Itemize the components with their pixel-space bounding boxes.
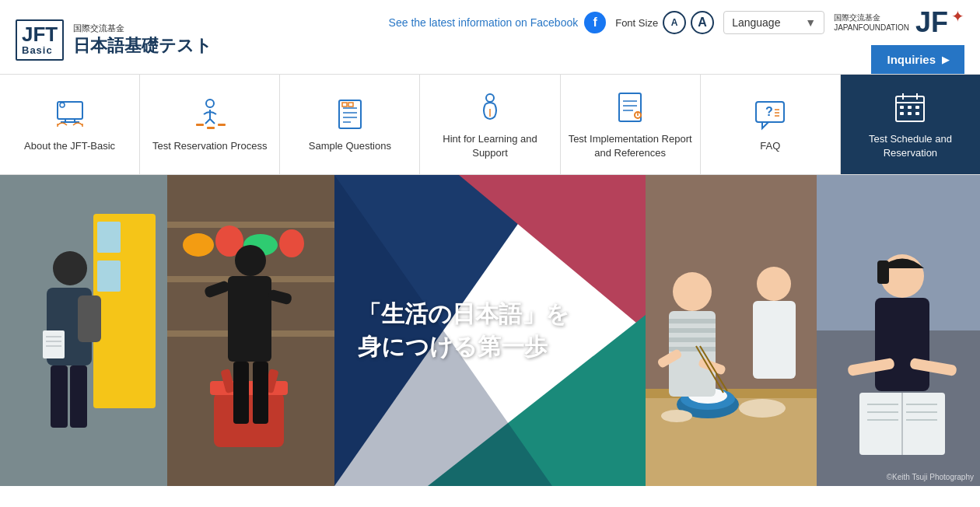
nav-label-about: About the JFT-Basic <box>24 139 115 153</box>
svg-rect-91 <box>669 328 716 333</box>
svg-point-20 <box>486 94 494 102</box>
hero-photo-1 <box>0 175 167 486</box>
font-size-label: Font Size <box>615 17 658 29</box>
svg-rect-18 <box>342 103 347 107</box>
hero-center: 「生活の日本語」を 身につける第一歩 <box>334 175 646 486</box>
svg-rect-51 <box>70 365 87 428</box>
nav-item-faq[interactable]: ? FAQ <box>701 75 841 174</box>
hero-text-overlay: 「生活の日本語」を 身につける第一歩 <box>334 175 646 486</box>
svg-rect-22 <box>619 93 641 121</box>
document-lines-icon <box>331 96 369 133</box>
facebook-icon: f <box>584 12 606 33</box>
header: JFT Basic 国際交流基金 日本語基礎テスト See the latest… <box>0 0 980 74</box>
report-icon <box>611 89 649 126</box>
svg-point-62 <box>183 233 214 257</box>
nav-item-hint[interactable]: Hint for Learning and Support <box>420 75 560 174</box>
header-controls-row1: See the latest information on Facebook f… <box>389 6 964 39</box>
hero-photo-2 <box>167 175 334 486</box>
photo-credit: ©Keith Tsuji Photography <box>887 473 974 481</box>
svg-rect-53 <box>43 330 65 358</box>
svg-point-87 <box>661 410 692 422</box>
svg-line-8 <box>205 119 210 124</box>
faq-chat-icon: ? <box>751 96 789 133</box>
header-controls-row2: Inquiries ▶ <box>871 45 964 74</box>
header-controls: See the latest information on Facebook f… <box>389 6 964 74</box>
nav-label-reservation: Test Reservation Process <box>152 139 267 153</box>
svg-rect-10 <box>196 124 204 126</box>
svg-rect-38 <box>900 106 904 109</box>
facebook-text: See the latest information on Facebook <box>389 16 579 29</box>
logo-area: JFT Basic 国際交流基金 日本語基礎テスト <box>16 19 212 61</box>
svg-rect-104 <box>877 260 889 284</box>
svg-rect-50 <box>51 365 68 428</box>
font-size-large-button[interactable]: A <box>691 11 714 34</box>
svg-point-48 <box>53 251 87 285</box>
person-steps-icon <box>191 96 229 133</box>
svg-rect-43 <box>915 112 919 115</box>
svg-rect-75 <box>253 362 268 424</box>
svg-point-66 <box>235 245 266 276</box>
chevron-down-icon: ▼ <box>805 16 816 29</box>
nav-item-about[interactable]: About the JFT-Basic <box>0 75 140 174</box>
font-size-small-button[interactable]: A <box>663 11 686 34</box>
hero-text-line2: 身につける第一歩 <box>358 330 569 363</box>
svg-rect-11 <box>207 127 215 129</box>
svg-rect-92 <box>669 337 716 342</box>
jf-symbol-icon: ✦ <box>951 7 964 26</box>
svg-rect-67 <box>228 276 271 362</box>
svg-point-86 <box>739 399 786 418</box>
logo-text-area: 国際交流基金 日本語基礎テスト <box>73 23 212 58</box>
svg-point-28 <box>637 114 639 116</box>
language-selector[interactable]: Language ▼ <box>723 11 824 34</box>
jf-logo: 国際交流基金 JAPANFOUNDATION JF ✦ <box>834 6 964 39</box>
svg-point-88 <box>673 272 712 311</box>
hero-section: 「生活の日本語」を 身につける第一歩 <box>0 175 980 486</box>
svg-rect-52 <box>78 295 101 342</box>
svg-rect-42 <box>908 112 912 115</box>
nav-item-schedule[interactable]: Test Schedule and Reservation <box>841 75 980 174</box>
svg-rect-0 <box>58 102 82 119</box>
svg-line-9 <box>210 119 215 124</box>
logo-subtitle-jp: 国際交流基金 <box>73 23 212 34</box>
font-size-control: Font Size A A <box>615 11 714 34</box>
svg-rect-90 <box>669 319 716 323</box>
jf-mark: JF <box>915 6 948 39</box>
svg-point-6 <box>206 100 214 107</box>
logo-title-jp: 日本語基礎テスト <box>73 34 212 58</box>
facebook-bar[interactable]: See the latest information on Facebook f <box>389 12 607 33</box>
hero-text-line1: 「生活の日本語」を <box>358 298 569 330</box>
logo-basic: Basic <box>22 44 53 56</box>
svg-rect-39 <box>908 106 912 109</box>
inquiries-label: Inquiries <box>887 53 936 66</box>
facebook-link[interactable]: See the latest information on Facebook f <box>389 12 607 33</box>
hero-photo-4: ©Keith Tsuji Photography <box>817 175 980 486</box>
hands-light-icon <box>471 89 509 126</box>
svg-rect-59 <box>167 222 334 228</box>
inquiries-button[interactable]: Inquiries ▶ <box>871 45 964 74</box>
svg-rect-47 <box>97 260 121 292</box>
svg-point-65 <box>279 229 304 257</box>
monitor-headphone-icon <box>51 96 89 133</box>
arrow-right-icon: ▶ <box>942 54 949 65</box>
nav-label-faq: FAQ <box>760 139 780 153</box>
svg-text:?: ? <box>765 105 773 118</box>
svg-point-98 <box>757 267 791 301</box>
jf-logo-line1: 国際交流基金 <box>834 12 909 23</box>
nav-label-implementation: Test Implementation Report and Reference… <box>569 132 692 160</box>
svg-rect-46 <box>97 222 121 253</box>
svg-rect-12 <box>218 124 226 126</box>
jf-logo-line2: JAPANFOUNDATION <box>834 23 909 33</box>
nav-item-sample[interactable]: Sample Questions <box>280 75 420 174</box>
svg-rect-41 <box>900 112 904 115</box>
calendar-icon <box>891 89 929 126</box>
svg-point-3 <box>60 103 65 107</box>
language-label: Language <box>732 16 780 29</box>
logo-jft: JFT <box>22 24 58 44</box>
nav-item-implementation[interactable]: Test Implementation Report and Reference… <box>561 75 701 174</box>
nav-bar: About the JFT-Basic Test Reservation Pro… <box>0 74 980 175</box>
svg-rect-105 <box>875 298 929 391</box>
hero-text: 「生活の日本語」を 身につける第一歩 <box>358 298 569 363</box>
nav-item-reservation[interactable]: Test Reservation Process <box>140 75 280 174</box>
hero-photo-3 <box>646 175 817 486</box>
svg-rect-40 <box>915 106 919 109</box>
